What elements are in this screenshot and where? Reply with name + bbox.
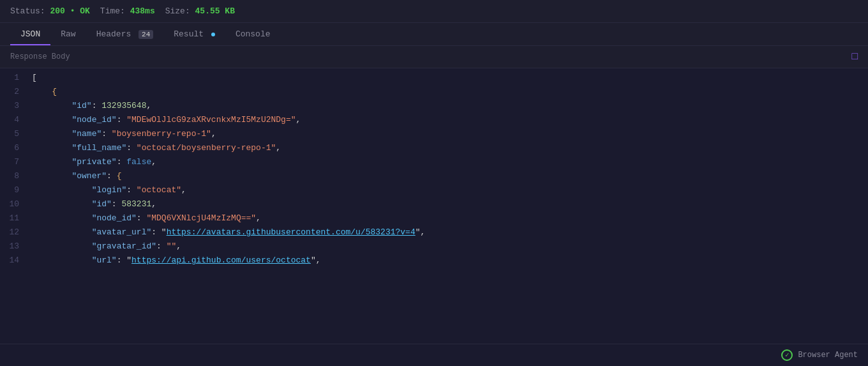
line-number-14: 14 xyxy=(0,254,32,268)
line-number-1: 1 xyxy=(0,71,32,85)
tab-raw[interactable]: Raw xyxy=(50,23,86,45)
line-number-10: 10 xyxy=(0,197,32,211)
code-line-12: 12 "avatar_url": "https://avatars.github… xyxy=(0,225,868,240)
code-line-10: 10 "id": 583231, xyxy=(0,197,868,211)
line-number-4: 4 xyxy=(0,113,32,127)
code-line-6: 6 "full_name": "octocat/boysenberry-repo… xyxy=(0,141,868,155)
response-body-label: Response Body xyxy=(10,52,70,61)
line-number-9: 9 xyxy=(0,183,32,197)
line-number-7: 7 xyxy=(0,155,32,169)
code-line-2: 2 { xyxy=(0,85,868,99)
response-body-header: Response Body □ xyxy=(0,46,868,68)
size-info: Size: 45.55 KB xyxy=(165,6,235,16)
status-bar: Status: 200 • OK Time: 438ms Size: 45.55… xyxy=(0,0,868,23)
line-number-3: 3 xyxy=(0,99,32,113)
line-number-5: 5 xyxy=(0,127,32,141)
line-number-2: 2 xyxy=(0,85,32,99)
line-number-12: 12 xyxy=(0,225,32,240)
line-number-6: 6 xyxy=(0,141,32,155)
tab-result[interactable]: Result xyxy=(163,23,225,45)
tabs-bar: JSON Raw Headers 24 Result Console xyxy=(0,23,868,46)
code-line-8: 8 "owner": { xyxy=(0,169,868,183)
browser-agent-icon: ✓ xyxy=(781,349,793,361)
code-line-9: 9 "login": "octocat", xyxy=(0,183,868,197)
line-number-11: 11 xyxy=(0,211,32,225)
checkmark-icon: ✓ xyxy=(785,352,789,359)
tab-json[interactable]: JSON xyxy=(10,23,50,45)
code-line-11: 11 "node_id": "MDQ6VXNlcjU4MzIzMQ==", xyxy=(0,211,868,225)
headers-badge: 24 xyxy=(138,30,153,39)
tab-headers[interactable]: Headers 24 xyxy=(86,23,164,45)
code-line-14: 14 "url": "https://api.github.com/users/… xyxy=(0,254,868,268)
tab-console[interactable]: Console xyxy=(225,23,281,45)
browser-agent-label: Browser Agent xyxy=(798,351,858,360)
code-area[interactable]: 1 [ 2 { 3 "id": 132935648, 4 "node_id": … xyxy=(0,68,868,344)
code-line-1: 1 [ xyxy=(0,71,868,85)
code-line-7: 7 "private": false, xyxy=(0,155,868,169)
copy-icon[interactable]: □ xyxy=(851,51,858,63)
result-dot xyxy=(211,33,215,36)
time-info: Time: 438ms xyxy=(100,6,155,16)
code-line-13: 13 "gravatar_id": "", xyxy=(0,240,868,254)
bottom-bar: ✓ Browser Agent xyxy=(0,344,868,366)
code-line-5: 5 "name": "boysenberry-repo-1", xyxy=(0,127,868,141)
line-number-13: 13 xyxy=(0,240,32,254)
status-label: Status: 200 • OK xyxy=(10,6,90,16)
line-number-8: 8 xyxy=(0,169,32,183)
code-line-3: 3 "id": 132935648, xyxy=(0,99,868,113)
code-line-4: 4 "node_id": "MDEwOlJlcG9zaXRvcnkxMzI5Mz… xyxy=(0,113,868,127)
